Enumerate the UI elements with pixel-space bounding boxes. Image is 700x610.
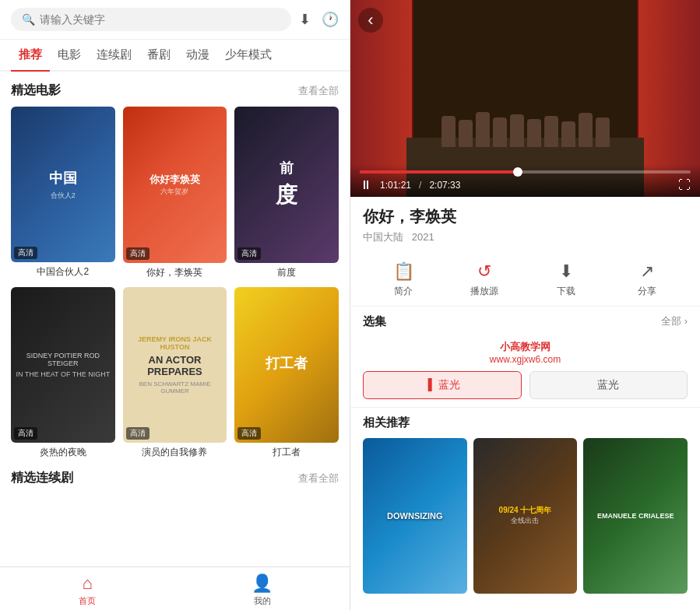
- movie-card-dagongzhe[interactable]: 打工者 高清 打工者: [234, 287, 339, 460]
- featured-movies-header: 精选电影 查看全部: [11, 72, 339, 107]
- movie-detail-meta: 中国大陆 2021: [363, 230, 688, 244]
- bottom-nav-home[interactable]: ⌂ 首页: [0, 573, 175, 607]
- back-button[interactable]: ‹: [358, 8, 383, 33]
- tab-kids[interactable]: 少年模式: [217, 40, 280, 70]
- movie-card-nihao[interactable]: 你好李焕英 六年贺岁 高清 你好，李焕英: [123, 107, 227, 279]
- tab-series[interactable]: 连续剧: [89, 40, 139, 70]
- download-action-icon: ⬇: [559, 261, 573, 282]
- episode-title: 选集: [363, 314, 386, 329]
- action-source[interactable]: ↺ 播放源: [444, 261, 525, 298]
- movie-poster-yanyuan: JEREMY IRONS JACK HUSTON AN ACTOR PREPAR…: [123, 287, 227, 443]
- featured-series-title: 精选连续剧: [11, 470, 73, 486]
- related-item-emmanuel[interactable]: EMANUELE CRIALESE: [583, 438, 688, 594]
- hd-badge-nihao: 高清: [126, 247, 149, 260]
- home-icon: ⌂: [83, 573, 93, 594]
- home-label: 首页: [79, 595, 96, 607]
- intro-label: 简介: [394, 285, 413, 298]
- search-input[interactable]: [40, 13, 280, 26]
- episode-selection: 选集 全部 › 小高教学网 www.xgjxw6.com ▐ 蓝光 蓝光: [350, 307, 700, 408]
- download-icon[interactable]: ⬇: [299, 11, 311, 28]
- movie-title-qiandu: 前度: [234, 266, 339, 279]
- source-label: 播放源: [470, 285, 498, 298]
- quality-buttons: ▐ 蓝光 蓝光: [363, 371, 688, 399]
- movie-card-yanyuan[interactable]: JEREMY IRONS JACK HUSTON AN ACTOR PREPAR…: [123, 287, 227, 460]
- controls-row: ⏸ 1:01:21 / 2:07:33 ⛶: [360, 178, 691, 192]
- profile-icon: 👤: [252, 573, 273, 594]
- featured-series-header: 精选连续剧 查看全部: [11, 459, 339, 494]
- search-icon: 🔍: [22, 13, 35, 26]
- hd-badge-qiandu: 高清: [237, 247, 261, 260]
- episode-header: 选集 全部 ›: [363, 314, 688, 329]
- video-controls: ⏸ 1:01:21 / 2:07:33 ⛶: [350, 164, 700, 197]
- search-actions: ⬇ 🕐: [299, 11, 339, 28]
- hd-badge-yanre: 高清: [14, 427, 37, 440]
- hd-badge-yanyuan: 高清: [126, 427, 149, 440]
- intro-icon: 📋: [393, 261, 414, 282]
- nav-tabs: 推荐 电影 连续剧 番剧 动漫 少年模式: [0, 40, 350, 72]
- hd-badge-dagongzhe: 高清: [237, 427, 261, 440]
- related-grid: DOWNSIZING 09/24 十七周年 全线出击 EMANUELE CRIA…: [363, 438, 688, 594]
- left-content: 精选电影 查看全部 中国 合伙人2 高清 中国合伙人2 你好李焕英: [0, 72, 350, 566]
- watermark-title: 小高教学网: [363, 340, 688, 354]
- share-icon: ↗: [640, 261, 654, 282]
- movie-card-zhongguo[interactable]: 中国 合伙人2 高清 中国合伙人2: [11, 107, 115, 279]
- search-bar: 🔍 ⬇ 🕐: [0, 0, 350, 40]
- bottom-nav-profile[interactable]: 👤 我的: [175, 573, 350, 607]
- total-time: 2:07:33: [429, 180, 460, 191]
- current-time: 1:01:21: [380, 180, 411, 191]
- movie-title-zhongguo: 中国合伙人2: [11, 265, 115, 279]
- history-icon[interactable]: 🕐: [322, 11, 339, 28]
- progress-thumb: [513, 167, 522, 177]
- movie-title-yanre: 炎热的夜晚: [11, 446, 115, 459]
- progress-filled: [360, 170, 519, 174]
- featured-movies-title: 精选电影: [11, 82, 61, 99]
- hd-badge-zhongguo: 高清: [14, 247, 37, 259]
- action-intro[interactable]: 📋 简介: [363, 261, 444, 298]
- related-section: 相关推荐 DOWNSIZING 09/24 十七周年 全线出击 EMANUELE…: [350, 408, 700, 602]
- pause-button[interactable]: ⏸: [360, 178, 372, 192]
- movie-poster-zhongguo: 中国 合伙人2 高清: [11, 107, 115, 262]
- source-icon: ↺: [477, 261, 491, 282]
- movie-poster-nihao: 你好李焕英 六年贺岁 高清: [123, 107, 227, 263]
- featured-series-see-all[interactable]: 查看全部: [298, 472, 339, 486]
- video-player: ‹ TV: [350, 0, 700, 197]
- tab-movies[interactable]: 电影: [50, 40, 89, 70]
- related-title: 相关推荐: [363, 415, 688, 430]
- movie-detail-title: 你好，李焕英: [363, 206, 688, 227]
- tab-anime[interactable]: 番剧: [139, 40, 178, 70]
- movie-card-yanre[interactable]: SIDNEY POITIER ROD STEIGER IN THE HEAT O…: [11, 287, 115, 460]
- related-item-downsizing[interactable]: DOWNSIZING: [363, 438, 467, 594]
- download-label: 下载: [557, 285, 575, 298]
- search-input-wrapper[interactable]: 🔍: [11, 8, 291, 31]
- quality-btn-bluray-2[interactable]: 蓝光: [529, 371, 688, 399]
- watermark-url: www.xgjxw6.com: [363, 354, 688, 365]
- bar-icon: ▐: [424, 378, 432, 391]
- episode-see-all[interactable]: 全部 ›: [661, 314, 688, 328]
- profile-label: 我的: [254, 595, 271, 607]
- movie-title-yanyuan: 演员的自我修养: [123, 446, 227, 459]
- movie-title-dagongzhe: 打工者: [234, 446, 339, 459]
- quality-btn-bluray-1[interactable]: ▐ 蓝光: [363, 371, 522, 399]
- movie-poster-dagongzhe: 打工者 高清: [234, 287, 339, 443]
- fullscreen-button[interactable]: ⛶: [678, 178, 691, 192]
- stage-figures: [413, 112, 637, 147]
- share-label: 分享: [638, 285, 656, 298]
- progress-bar[interactable]: [360, 170, 691, 174]
- featured-movies-see-all[interactable]: 查看全部: [298, 84, 339, 98]
- movie-detail: 你好，李焕英 中国大陆 2021: [350, 197, 700, 254]
- watermark: 小高教学网 www.xgjxw6.com: [363, 337, 688, 371]
- left-panel: 🔍 ⬇ 🕐 推荐 电影 连续剧 番剧 动漫 少年模式 精选电影: [0, 0, 350, 610]
- action-buttons: 📋 简介 ↺ 播放源 ⬇ 下载 ↗ 分享: [350, 254, 700, 307]
- movie-title-nihao: 你好，李焕英: [123, 266, 227, 279]
- action-download[interactable]: ⬇ 下载: [526, 261, 607, 298]
- movie-poster-yanre: SIDNEY POITIER ROD STEIGER IN THE HEAT O…: [11, 287, 115, 443]
- action-share[interactable]: ↗ 分享: [607, 261, 688, 298]
- featured-movies-grid: 中国 合伙人2 高清 中国合伙人2 你好李焕英 六年贺岁 高清 你好，李焕英: [11, 107, 339, 459]
- movie-poster-qiandu: 前 度 高清: [234, 107, 339, 263]
- movie-card-qiandu[interactable]: 前 度 高清 前度: [234, 107, 339, 279]
- tab-cartoon[interactable]: 动漫: [178, 40, 217, 70]
- right-panel: ‹ TV: [350, 0, 700, 610]
- related-item-quanxian[interactable]: 09/24 十七周年 全线出击: [473, 438, 578, 594]
- bottom-nav: ⌂ 首页 👤 我的: [0, 566, 350, 610]
- tab-recommend[interactable]: 推荐: [11, 40, 50, 70]
